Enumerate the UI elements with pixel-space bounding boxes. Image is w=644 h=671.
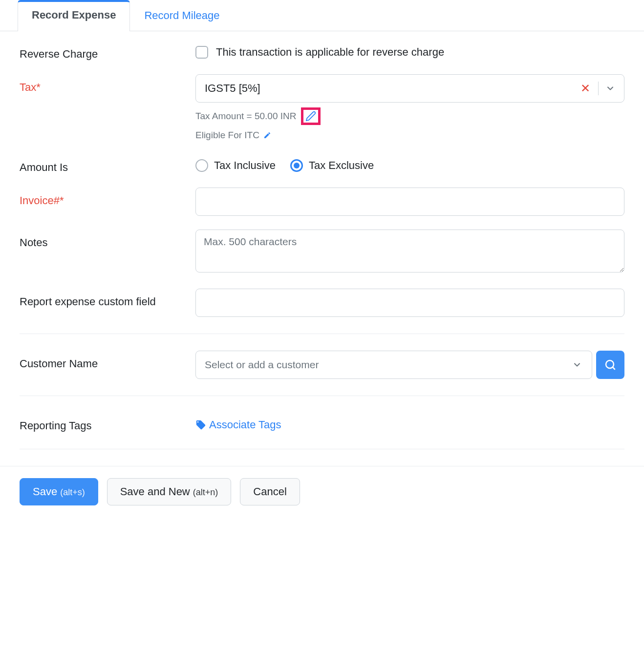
chevron-down-icon[interactable]	[569, 360, 585, 370]
row-customer-name: Customer Name Select or add a customer	[20, 351, 624, 379]
save-new-shortcut: (alt+n)	[193, 487, 218, 498]
divider	[20, 334, 624, 334]
row-invoice: Invoice#*	[20, 188, 624, 216]
divider	[20, 396, 624, 396]
tax-select-value: IGST5 [5%]	[205, 82, 577, 95]
form-body: Reverse Charge This transaction is appli…	[0, 41, 644, 449]
save-and-new-button[interactable]: Save and New (alt+n)	[107, 478, 232, 505]
report-custom-input[interactable]	[195, 289, 624, 317]
edit-tax-amount-button[interactable]	[301, 107, 321, 125]
tax-clear-icon[interactable]: ✕	[577, 82, 594, 95]
checkbox-label-reverse-charge: This transaction is applicable for rever…	[216, 46, 444, 59]
save-button[interactable]: Save (alt+s)	[20, 478, 98, 505]
row-tax: Tax* IGST5 [5%] ✕ Tax Amount = 50.00 INR…	[20, 74, 624, 141]
radio-label-exclusive: Tax Exclusive	[309, 159, 374, 172]
row-reverse-charge: Reverse Charge This transaction is appli…	[20, 41, 624, 61]
label-invoice: Invoice#*	[20, 188, 195, 207]
radio-tax-inclusive[interactable]: Tax Inclusive	[195, 159, 276, 172]
label-amount-is: Amount Is	[20, 154, 195, 174]
label-tax: Tax*	[20, 74, 195, 94]
invoice-input[interactable]	[195, 188, 624, 216]
pencil-icon	[305, 111, 316, 122]
save-shortcut: (alt+s)	[60, 487, 85, 498]
save-new-label: Save and New	[120, 485, 190, 498]
edit-itc-button[interactable]	[263, 131, 271, 139]
row-notes: Notes	[20, 230, 624, 275]
svg-line-1	[613, 367, 615, 369]
divider	[20, 449, 624, 449]
label-notes: Notes	[20, 230, 195, 249]
customer-search-button[interactable]	[596, 351, 624, 379]
label-reverse-charge: Reverse Charge	[20, 41, 195, 61]
search-icon	[604, 359, 616, 371]
tax-amount-text: Tax Amount = 50.00 INR	[195, 111, 296, 122]
radio-circle-unchecked	[195, 159, 208, 172]
row-reporting-tags: Reporting Tags Associate Tags	[20, 413, 624, 432]
label-customer-name: Customer Name	[20, 351, 195, 370]
pencil-icon	[263, 131, 271, 139]
eligible-itc-row: Eligible For ITC	[195, 130, 624, 141]
cancel-label: Cancel	[253, 485, 286, 498]
notes-textarea[interactable]	[195, 230, 624, 273]
save-label: Save	[33, 485, 57, 498]
radio-tax-exclusive[interactable]: Tax Exclusive	[290, 159, 374, 172]
associate-tags-link[interactable]: Associate Tags	[195, 413, 624, 431]
footer: Save (alt+s) Save and New (alt+n) Cancel	[0, 466, 644, 517]
customer-placeholder: Select or add a customer	[205, 359, 569, 371]
checkbox-reverse-charge[interactable]	[195, 46, 208, 59]
customer-select[interactable]: Select or add a customer	[195, 351, 592, 379]
radio-circle-checked	[290, 159, 303, 172]
radio-label-inclusive: Tax Inclusive	[214, 159, 276, 172]
label-report-custom-field: Report expense custom field	[20, 289, 195, 308]
label-reporting-tags: Reporting Tags	[20, 413, 195, 432]
tax-amount-helper: Tax Amount = 50.00 INR	[195, 107, 624, 125]
tab-record-expense[interactable]: Record Expense	[18, 0, 130, 31]
cancel-button[interactable]: Cancel	[240, 478, 300, 505]
tabs: Record Expense Record Mileage	[0, 0, 644, 31]
eligible-itc-label: Eligible For ITC	[195, 130, 259, 141]
chevron-down-icon[interactable]	[602, 84, 618, 93]
tab-record-mileage[interactable]: Record Mileage	[130, 0, 234, 31]
tax-select[interactable]: IGST5 [5%] ✕	[195, 74, 624, 103]
row-report-custom-field: Report expense custom field	[20, 289, 624, 317]
row-amount-is: Amount Is Tax Inclusive Tax Exclusive	[20, 154, 624, 174]
amount-is-radiogroup: Tax Inclusive Tax Exclusive	[195, 154, 624, 172]
tag-icon	[195, 419, 206, 430]
checkbox-row-reverse-charge: This transaction is applicable for rever…	[195, 41, 624, 59]
select-divider	[598, 82, 599, 95]
associate-tags-text: Associate Tags	[209, 419, 281, 431]
